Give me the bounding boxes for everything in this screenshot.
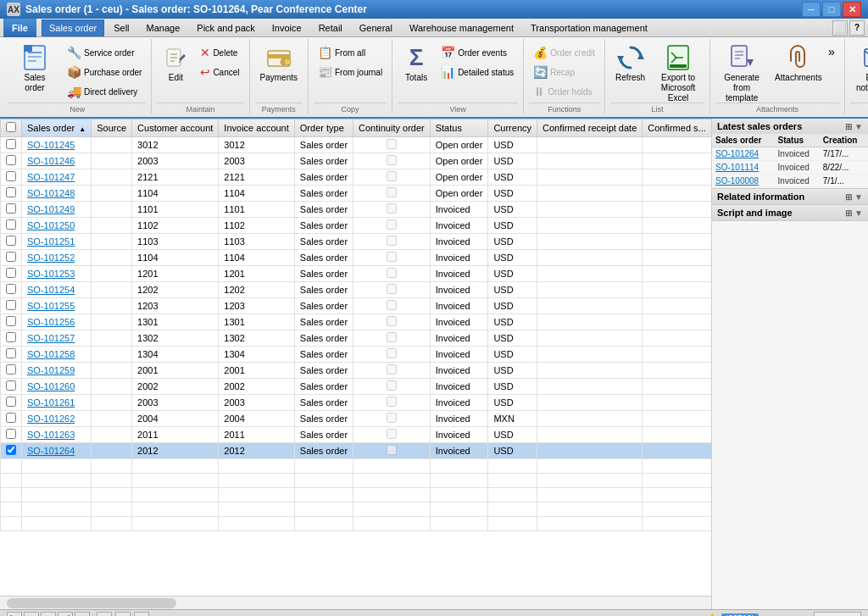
continuity-checkbox[interactable] — [387, 155, 397, 165]
table-row[interactable]: SO-10125011021102Sales orderInvoicedUSD — [1, 218, 712, 234]
row-check-cell[interactable] — [1, 347, 22, 363]
row-sales-order-link[interactable]: SO-101259 — [27, 365, 75, 375]
table-row[interactable]: SO-10124811041104Sales orderOpen orderUS… — [1, 186, 712, 202]
continuity-checkbox[interactable] — [387, 316, 397, 326]
table-row[interactable]: SO-10125920012001Sales orderInvoicedUSD — [1, 363, 712, 379]
service-order-button[interactable]: 🔧 Service order — [63, 43, 146, 62]
row-sales-order[interactable]: SO-101261 — [22, 395, 92, 411]
row-checkbox[interactable] — [6, 413, 16, 423]
row-check-cell[interactable] — [1, 298, 22, 314]
row-sales-order-link[interactable]: SO-101249 — [27, 204, 75, 214]
menu-invoice[interactable]: Invoice — [264, 19, 309, 36]
table-row[interactable]: SO-10125211041104Sales orderInvoicedUSD — [1, 250, 712, 266]
row-sales-order-link[interactable]: SO-101264 — [27, 446, 75, 456]
table-row[interactable]: SO-10124620032003Sales orderOpen orderUS… — [1, 153, 712, 169]
minimize-button[interactable]: ─ — [802, 2, 821, 17]
row-sales-order[interactable]: SO-101260 — [22, 379, 92, 395]
table-row[interactable]: SO-10125813041304Sales orderInvoicedUSD — [1, 347, 712, 363]
row-sales-order[interactable]: SO-101251 — [22, 234, 92, 250]
continuity-checkbox[interactable] — [387, 268, 397, 278]
continuity-checkbox[interactable] — [387, 171, 397, 181]
row-continuity-order[interactable] — [353, 298, 431, 314]
table-row[interactable]: SO-10125613011301Sales orderInvoicedUSD — [1, 314, 712, 330]
row-sales-order[interactable]: SO-101255 — [22, 298, 92, 314]
col-header-confirmed-receipt[interactable]: Confirmed receipt date — [537, 119, 643, 137]
latest-sales-orders-header[interactable]: Latest sales orders ⊞ ▼ — [712, 119, 868, 134]
row-checkbox[interactable] — [6, 380, 16, 391]
row-continuity-order[interactable] — [353, 218, 431, 234]
row-sales-order[interactable]: SO-101250 — [22, 218, 92, 234]
row-checkbox[interactable] — [6, 284, 16, 294]
col-header-continuity-order[interactable]: Continuity order — [353, 119, 431, 137]
filter-icon[interactable]: ⌂ — [134, 612, 149, 617]
row-sales-order[interactable]: SO-101256 — [22, 314, 92, 330]
continuity-checkbox[interactable] — [387, 348, 397, 358]
latest-order-id[interactable]: SO-100008 — [712, 175, 775, 188]
row-check-cell[interactable] — [1, 443, 22, 459]
row-sales-order-link[interactable]: SO-101253 — [27, 269, 75, 279]
row-sales-order-link[interactable]: SO-101256 — [27, 317, 75, 327]
direct-delivery-button[interactable]: 🚚 Direct delivery — [63, 82, 146, 101]
row-continuity-order[interactable] — [353, 137, 431, 153]
row-sales-order-link[interactable]: SO-101248 — [27, 188, 75, 198]
row-sales-order-link[interactable]: SO-101246 — [27, 156, 75, 166]
row-checkbox[interactable] — [6, 429, 16, 439]
row-checkbox[interactable] — [6, 445, 16, 455]
latest-order-link[interactable]: SO-101114 — [715, 163, 759, 172]
continuity-checkbox[interactable] — [387, 219, 397, 230]
row-check-cell[interactable] — [1, 330, 22, 347]
table-row[interactable]: SO-10125512031203Sales orderInvoicedUSD — [1, 298, 712, 314]
nav-first-button[interactable]: |◀ — [7, 612, 22, 617]
menu-general[interactable]: General — [352, 19, 400, 36]
row-check-cell[interactable] — [1, 186, 22, 202]
more-attachments-button[interactable]: » — [824, 41, 839, 61]
maximize-button[interactable]: □ — [822, 2, 841, 17]
latest-order-id[interactable]: SO-101114 — [712, 161, 775, 175]
recap-button[interactable]: 🔄 Recap — [529, 63, 599, 81]
row-continuity-order[interactable] — [353, 347, 431, 363]
table-row[interactable]: SO-10124721212121Sales orderOpen orderUS… — [1, 169, 712, 186]
menu-manage[interactable]: Manage — [139, 19, 188, 36]
nav-prev-button[interactable]: ◀ — [24, 612, 39, 617]
row-checkbox[interactable] — [6, 348, 16, 358]
close-title-button[interactable]: ✕ — [843, 2, 861, 17]
row-sales-order[interactable]: SO-101264 — [22, 443, 92, 459]
totals-button[interactable]: Σ Totals — [398, 41, 435, 98]
table-row[interactable]: SO-10126220042004Sales orderInvoicedMXN — [1, 411, 712, 427]
close-button[interactable]: Close — [814, 612, 861, 617]
script-grid-icon[interactable]: ⊞ — [845, 208, 852, 218]
help-icon[interactable]: ? — [849, 20, 865, 36]
view-icon[interactable]: ⊞ — [97, 612, 112, 617]
row-sales-order[interactable]: SO-101258 — [22, 347, 92, 363]
sales-order-button[interactable]: Sales order — [8, 41, 61, 98]
row-continuity-order[interactable] — [353, 427, 431, 443]
continuity-checkbox[interactable] — [387, 300, 397, 310]
row-continuity-order[interactable] — [353, 282, 431, 298]
row-check-cell[interactable] — [1, 137, 22, 153]
continuity-checkbox[interactable] — [387, 413, 397, 423]
row-checkbox[interactable] — [6, 252, 16, 262]
payments-button[interactable]: Payments — [255, 41, 303, 98]
script-collapse-icon[interactable]: ▼ — [854, 208, 863, 218]
row-sales-order-link[interactable]: SO-101258 — [27, 349, 75, 359]
row-sales-order[interactable]: SO-101249 — [22, 202, 92, 218]
row-check-cell[interactable] — [1, 395, 22, 411]
continuity-checkbox[interactable] — [387, 429, 397, 439]
row-continuity-order[interactable] — [353, 153, 431, 169]
row-checkbox[interactable] — [6, 219, 16, 230]
continuity-checkbox[interactable] — [387, 445, 397, 455]
order-events-button[interactable]: 📅 Order events — [437, 43, 518, 62]
row-sales-order-link[interactable]: SO-101254 — [27, 285, 75, 295]
row-check-cell[interactable] — [1, 169, 22, 186]
row-sales-order-link[interactable]: SO-101252 — [27, 253, 75, 263]
row-continuity-order[interactable] — [353, 169, 431, 186]
row-check-cell[interactable] — [1, 153, 22, 169]
table-row[interactable]: SO-10125111031103Sales orderInvoicedUSD — [1, 234, 712, 250]
table-row[interactable]: SO-10125412021202Sales orderInvoicedUSD — [1, 282, 712, 298]
row-sales-order-link[interactable]: SO-101251 — [27, 236, 75, 247]
continuity-checkbox[interactable] — [387, 380, 397, 391]
row-sales-order[interactable]: SO-101262 — [22, 411, 92, 427]
panel-collapse-icon[interactable]: ▼ — [854, 122, 863, 131]
latest-order-row[interactable]: SO-100008Invoiced7/1/... — [712, 175, 868, 188]
row-continuity-order[interactable] — [353, 202, 431, 218]
